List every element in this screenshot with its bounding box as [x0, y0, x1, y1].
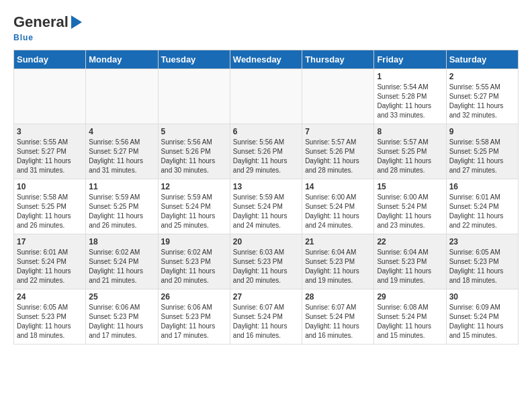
calendar-week-1: 1Sunrise: 5:54 AM Sunset: 5:28 PM Daylig…: [14, 69, 519, 124]
day-info: Sunrise: 5:58 AM Sunset: 5:25 PM Dayligh…: [17, 193, 83, 230]
day-number: 15: [377, 182, 443, 191]
calendar-cell: [86, 69, 158, 124]
calendar-cell: 22Sunrise: 6:04 AM Sunset: 5:23 PM Dayli…: [374, 234, 446, 289]
calendar-cell: 2Sunrise: 5:55 AM Sunset: 5:27 PM Daylig…: [446, 69, 518, 124]
page-header: General Blue: [13, 13, 519, 43]
day-info: Sunrise: 5:56 AM Sunset: 5:26 PM Dayligh…: [233, 138, 299, 175]
calendar-cell: 25Sunrise: 6:06 AM Sunset: 5:23 PM Dayli…: [86, 289, 158, 345]
day-info: Sunrise: 5:54 AM Sunset: 5:28 PM Dayligh…: [377, 83, 443, 120]
day-number: 1: [377, 72, 443, 81]
calendar-cell: [230, 69, 302, 124]
day-number: 4: [89, 127, 154, 136]
calendar-cell: 14Sunrise: 6:00 AM Sunset: 5:24 PM Dayli…: [302, 179, 374, 234]
day-info: Sunrise: 5:55 AM Sunset: 5:27 PM Dayligh…: [449, 83, 515, 120]
day-info: Sunrise: 6:04 AM Sunset: 5:23 PM Dayligh…: [305, 248, 371, 285]
calendar-cell: 5Sunrise: 5:56 AM Sunset: 5:26 PM Daylig…: [158, 124, 230, 179]
calendar-body: 1Sunrise: 5:54 AM Sunset: 5:28 PM Daylig…: [14, 69, 519, 345]
day-number: 20: [233, 237, 299, 246]
day-info: Sunrise: 6:08 AM Sunset: 5:24 PM Dayligh…: [377, 303, 443, 340]
day-number: 28: [305, 292, 371, 302]
weekday-header-sunday: Sunday: [14, 50, 86, 69]
calendar-cell: 6Sunrise: 5:56 AM Sunset: 5:26 PM Daylig…: [230, 124, 302, 179]
calendar-week-5: 24Sunrise: 6:05 AM Sunset: 5:23 PM Dayli…: [14, 289, 519, 345]
calendar-cell: 18Sunrise: 6:02 AM Sunset: 5:24 PM Dayli…: [86, 234, 158, 289]
day-number: 29: [377, 292, 443, 302]
day-number: 23: [449, 237, 515, 246]
calendar-cell: [14, 69, 86, 124]
logo: General Blue: [13, 13, 82, 43]
weekday-header-friday: Friday: [374, 50, 446, 69]
day-info: Sunrise: 6:03 AM Sunset: 5:23 PM Dayligh…: [233, 248, 299, 285]
day-info: Sunrise: 5:59 AM Sunset: 5:24 PM Dayligh…: [233, 193, 299, 230]
calendar-cell: 13Sunrise: 5:59 AM Sunset: 5:24 PM Dayli…: [230, 179, 302, 234]
day-info: Sunrise: 6:01 AM Sunset: 5:24 PM Dayligh…: [17, 248, 83, 285]
calendar-cell: 21Sunrise: 6:04 AM Sunset: 5:23 PM Dayli…: [302, 234, 374, 289]
calendar-cell: 29Sunrise: 6:08 AM Sunset: 5:24 PM Dayli…: [374, 289, 446, 345]
calendar-cell: 9Sunrise: 5:58 AM Sunset: 5:25 PM Daylig…: [446, 124, 518, 179]
calendar-cell: 30Sunrise: 6:09 AM Sunset: 5:24 PM Dayli…: [446, 289, 518, 345]
logo-blue: Blue: [13, 33, 34, 42]
day-number: 19: [161, 237, 227, 246]
day-info: Sunrise: 6:05 AM Sunset: 5:23 PM Dayligh…: [17, 303, 83, 340]
day-info: Sunrise: 5:56 AM Sunset: 5:27 PM Dayligh…: [89, 138, 154, 175]
day-number: 8: [377, 127, 443, 136]
day-number: 27: [233, 292, 299, 302]
day-info: Sunrise: 5:59 AM Sunset: 5:24 PM Dayligh…: [161, 193, 227, 230]
day-info: Sunrise: 6:05 AM Sunset: 5:23 PM Dayligh…: [449, 248, 515, 285]
day-number: 9: [449, 127, 515, 136]
day-number: 16: [449, 182, 515, 191]
weekday-header-tuesday: Tuesday: [158, 50, 230, 69]
logo-arrow-icon: [71, 15, 82, 29]
calendar-cell: 26Sunrise: 6:06 AM Sunset: 5:23 PM Dayli…: [158, 289, 230, 345]
day-info: Sunrise: 5:57 AM Sunset: 5:26 PM Dayligh…: [305, 138, 371, 175]
day-number: 18: [89, 237, 154, 246]
calendar-cell: 3Sunrise: 5:55 AM Sunset: 5:27 PM Daylig…: [14, 124, 86, 179]
calendar-cell: 15Sunrise: 6:00 AM Sunset: 5:24 PM Dayli…: [374, 179, 446, 234]
weekday-header-thursday: Thursday: [302, 50, 374, 69]
calendar-cell: 17Sunrise: 6:01 AM Sunset: 5:24 PM Dayli…: [14, 234, 86, 289]
calendar-cell: 11Sunrise: 5:59 AM Sunset: 5:25 PM Dayli…: [86, 179, 158, 234]
calendar-week-3: 10Sunrise: 5:58 AM Sunset: 5:25 PM Dayli…: [14, 179, 519, 234]
calendar-cell: [302, 69, 374, 124]
day-info: Sunrise: 6:00 AM Sunset: 5:24 PM Dayligh…: [377, 193, 443, 230]
day-number: 21: [305, 237, 371, 246]
day-number: 22: [377, 237, 443, 246]
day-info: Sunrise: 5:56 AM Sunset: 5:26 PM Dayligh…: [161, 138, 227, 175]
day-number: 24: [17, 292, 83, 302]
calendar-cell: 7Sunrise: 5:57 AM Sunset: 5:26 PM Daylig…: [302, 124, 374, 179]
calendar-cell: [158, 69, 230, 124]
day-info: Sunrise: 6:06 AM Sunset: 5:23 PM Dayligh…: [89, 303, 154, 340]
calendar-cell: 1Sunrise: 5:54 AM Sunset: 5:28 PM Daylig…: [374, 69, 446, 124]
day-info: Sunrise: 6:07 AM Sunset: 5:24 PM Dayligh…: [233, 303, 299, 340]
day-number: 2: [449, 72, 515, 81]
day-info: Sunrise: 6:07 AM Sunset: 5:24 PM Dayligh…: [305, 303, 371, 340]
day-number: 25: [89, 292, 154, 302]
calendar-cell: 20Sunrise: 6:03 AM Sunset: 5:23 PM Dayli…: [230, 234, 302, 289]
day-info: Sunrise: 5:59 AM Sunset: 5:25 PM Dayligh…: [89, 193, 154, 230]
day-number: 14: [305, 182, 371, 191]
calendar-header-row: SundayMondayTuesdayWednesdayThursdayFrid…: [14, 50, 519, 69]
day-info: Sunrise: 5:55 AM Sunset: 5:27 PM Dayligh…: [17, 138, 83, 175]
day-number: 7: [305, 127, 371, 136]
day-number: 13: [233, 182, 299, 191]
day-number: 12: [161, 182, 227, 191]
calendar-table: SundayMondayTuesdayWednesdayThursdayFrid…: [13, 50, 519, 345]
calendar-cell: 16Sunrise: 6:01 AM Sunset: 5:24 PM Dayli…: [446, 179, 518, 234]
day-number: 5: [161, 127, 227, 136]
calendar-cell: 8Sunrise: 5:57 AM Sunset: 5:25 PM Daylig…: [374, 124, 446, 179]
day-info: Sunrise: 6:00 AM Sunset: 5:24 PM Dayligh…: [305, 193, 371, 230]
day-number: 17: [17, 237, 83, 246]
day-number: 10: [17, 182, 83, 191]
calendar-cell: 27Sunrise: 6:07 AM Sunset: 5:24 PM Dayli…: [230, 289, 302, 345]
day-number: 6: [233, 127, 299, 136]
day-number: 11: [89, 182, 154, 191]
calendar-cell: 10Sunrise: 5:58 AM Sunset: 5:25 PM Dayli…: [14, 179, 86, 234]
day-info: Sunrise: 6:06 AM Sunset: 5:23 PM Dayligh…: [161, 303, 227, 340]
day-number: 26: [161, 292, 227, 302]
day-info: Sunrise: 6:09 AM Sunset: 5:24 PM Dayligh…: [449, 303, 515, 340]
day-number: 3: [17, 127, 83, 136]
calendar-cell: 12Sunrise: 5:59 AM Sunset: 5:24 PM Dayli…: [158, 179, 230, 234]
calendar-cell: 24Sunrise: 6:05 AM Sunset: 5:23 PM Dayli…: [14, 289, 86, 345]
weekday-header-wednesday: Wednesday: [230, 50, 302, 69]
day-info: Sunrise: 5:58 AM Sunset: 5:25 PM Dayligh…: [449, 138, 515, 175]
